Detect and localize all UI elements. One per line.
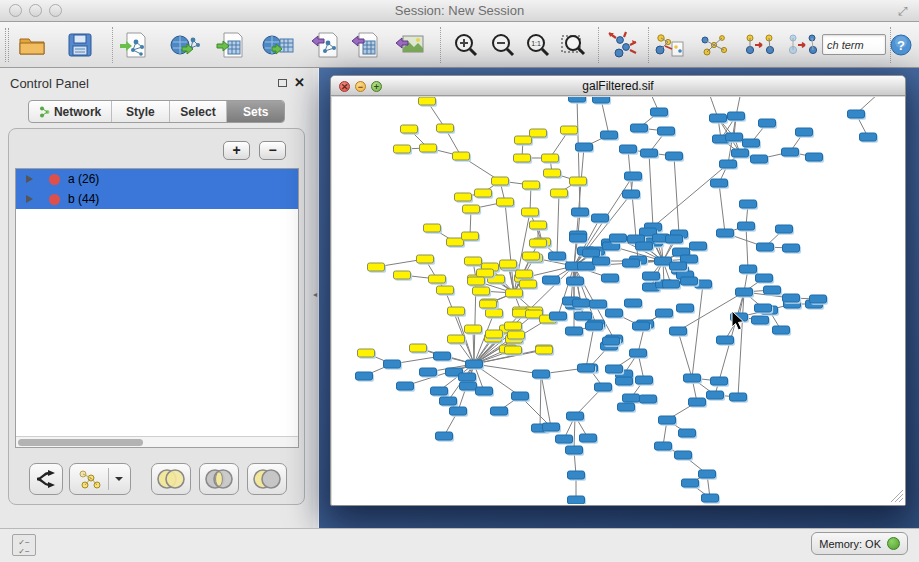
network-node-yellow[interactable] [417, 255, 434, 263]
network-node-yellow[interactable] [551, 189, 568, 197]
fullscreen-icon[interactable]: ⤢ [898, 4, 912, 18]
network-node-blue[interactable] [633, 322, 650, 330]
network-node-blue[interactable] [630, 349, 647, 357]
network-node-yellow[interactable] [410, 344, 427, 352]
network-node-blue[interactable] [568, 496, 585, 504]
export-network-button[interactable] [310, 30, 342, 60]
network-node-blue[interactable] [736, 288, 753, 296]
network-node-blue[interactable] [436, 432, 453, 440]
split-set-button[interactable] [29, 463, 63, 495]
network-node-blue[interactable] [717, 336, 734, 344]
network-node-blue[interactable] [655, 257, 672, 265]
set-row-b[interactable]: b (44) [16, 189, 298, 209]
network-node-blue[interactable] [689, 398, 706, 406]
network-node-blue[interactable] [764, 286, 781, 294]
network-node-yellow[interactable] [448, 335, 465, 343]
network-node-blue[interactable] [460, 382, 477, 390]
network-node-yellow[interactable] [520, 280, 537, 288]
tab-sets[interactable]: Sets [227, 101, 284, 122]
network-node-yellow[interactable] [500, 260, 517, 268]
network-node-yellow[interactable] [455, 193, 472, 201]
network-node-blue[interactable] [675, 451, 692, 459]
network-node-blue[interactable] [658, 127, 675, 135]
network-node-yellow[interactable] [477, 269, 494, 277]
network-node-yellow[interactable] [523, 181, 540, 189]
select-nodes-button[interactable] [698, 30, 730, 60]
close-panel-icon[interactable]: ✕ [294, 75, 305, 90]
import-table-file-button[interactable] [215, 30, 247, 60]
network-node-yellow[interactable] [420, 144, 437, 152]
network-node-blue[interactable] [623, 190, 640, 198]
network-node-blue[interactable] [566, 446, 583, 454]
network-node-blue[interactable] [592, 214, 609, 222]
network-node-blue[interactable] [603, 337, 620, 345]
network-node-blue[interactable] [580, 434, 597, 442]
network-node-yellow[interactable] [424, 224, 441, 232]
network-node-blue[interactable] [625, 299, 642, 307]
zoom-out-button[interactable] [487, 30, 519, 60]
remove-set-button[interactable]: − [259, 141, 286, 160]
network-node-blue[interactable] [606, 309, 623, 317]
zoom-actual-size-button[interactable]: 1:1 [522, 30, 554, 60]
network-node-blue[interactable] [618, 403, 635, 411]
network-node-blue[interactable] [575, 312, 592, 320]
network-node-blue[interactable] [655, 442, 672, 450]
network-node-yellow[interactable] [505, 322, 522, 330]
network-node-blue[interactable] [578, 262, 595, 270]
network-node-yellow[interactable] [394, 271, 411, 279]
network-node-blue[interactable] [450, 407, 467, 415]
network-node-blue[interactable] [682, 479, 699, 487]
network-node-blue[interactable] [566, 327, 583, 335]
tab-select[interactable]: Select [170, 101, 228, 122]
network-node-blue[interactable] [549, 252, 566, 260]
zoom-fit-selected-button[interactable] [558, 30, 590, 60]
network-node-blue[interactable] [590, 300, 607, 308]
network-node-blue[interactable] [677, 304, 694, 312]
network-node-blue[interactable] [702, 494, 719, 502]
network-node-blue[interactable] [728, 112, 745, 120]
search-input[interactable] [822, 34, 886, 55]
network-node-blue[interactable] [543, 423, 560, 431]
network-node-yellow[interactable] [463, 205, 480, 213]
network-node-blue[interactable] [651, 108, 668, 116]
resize-grip-icon[interactable] [895, 494, 903, 502]
network-node-blue[interactable] [384, 360, 401, 368]
network-node-blue[interactable] [783, 294, 800, 302]
zoom-in-button[interactable] [450, 30, 482, 60]
resize-grip-icon[interactable] [899, 498, 903, 502]
network-node-blue[interactable] [420, 368, 437, 376]
union-sets-button[interactable] [151, 463, 191, 495]
network-node-yellow[interactable] [536, 346, 553, 354]
network-node-yellow[interactable] [530, 239, 547, 247]
network-node-yellow[interactable] [522, 208, 539, 216]
network-node-blue[interactable] [550, 312, 567, 320]
network-node-blue[interactable] [848, 110, 865, 118]
network-node-blue[interactable] [726, 133, 743, 141]
network-node-blue[interactable] [602, 274, 619, 282]
network-node-blue[interactable] [738, 222, 755, 230]
export-image-button[interactable] [394, 30, 426, 60]
network-node-yellow[interactable] [492, 177, 509, 185]
network-node-blue[interactable] [625, 172, 642, 180]
network-node-blue[interactable] [623, 259, 640, 267]
network-node-blue[interactable] [755, 304, 772, 312]
network-node-blue[interactable] [640, 395, 657, 403]
network-canvas[interactable] [332, 97, 905, 505]
network-node-blue[interactable] [491, 407, 508, 415]
network-node-yellow[interactable] [453, 152, 470, 160]
network-node-blue[interactable] [643, 272, 660, 280]
create-set-from-network-button[interactable] [69, 463, 131, 495]
network-node-blue[interactable] [656, 309, 673, 317]
network-node-blue[interactable] [556, 435, 573, 443]
new-network-from-selected-button[interactable] [743, 30, 775, 60]
network-node-blue[interactable] [543, 276, 560, 284]
network-view-window[interactable]: ✕ − + galFiltered.sif [330, 75, 906, 506]
tab-style[interactable]: Style [112, 101, 170, 122]
network-node-blue[interactable] [796, 128, 813, 136]
network-node-blue[interactable] [752, 316, 769, 324]
network-node-yellow[interactable] [480, 300, 497, 308]
network-node-yellow[interactable] [447, 238, 464, 246]
network-node-blue[interactable] [397, 382, 414, 390]
network-node-yellow[interactable] [486, 309, 503, 317]
network-node-blue[interactable] [569, 97, 586, 102]
